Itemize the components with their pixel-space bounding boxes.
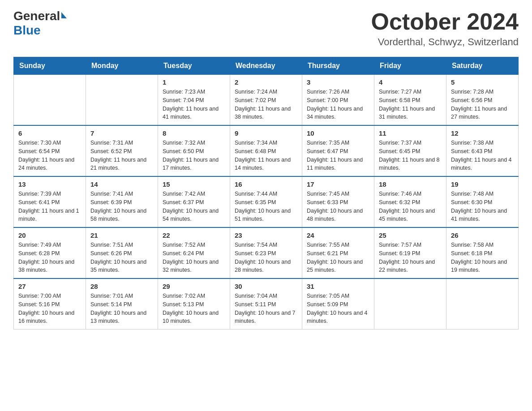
calendar-cell: 28Sunrise: 7:01 AMSunset: 5:14 PMDayligh… (86, 278, 158, 330)
day-number: 24 (307, 231, 369, 239)
calendar-cell: 19Sunrise: 7:48 AMSunset: 6:30 PMDayligh… (446, 176, 519, 227)
month-title: October 2024 (371, 9, 519, 34)
day-info: Sunrise: 7:01 AMSunset: 5:14 PMDaylight:… (90, 292, 153, 325)
day-info: Sunrise: 7:30 AMSunset: 6:54 PMDaylight:… (18, 139, 81, 172)
day-info: Sunrise: 7:37 AMSunset: 6:45 PMDaylight:… (379, 139, 442, 172)
title-area: October 2024 Vorderthal, Schwyz, Switzer… (371, 9, 519, 48)
calendar-cell: 4Sunrise: 7:27 AMSunset: 6:58 PMDaylight… (374, 75, 446, 126)
calendar-cell: 30Sunrise: 7:04 AMSunset: 5:11 PMDayligh… (230, 278, 302, 330)
calendar-week-1: 1Sunrise: 7:23 AMSunset: 7:04 PMDaylight… (14, 75, 519, 126)
calendar-cell: 24Sunrise: 7:55 AMSunset: 6:21 PMDayligh… (302, 227, 374, 278)
calendar-cell: 10Sunrise: 7:35 AMSunset: 6:47 PMDayligh… (302, 125, 374, 176)
day-info: Sunrise: 7:39 AMSunset: 6:41 PMDaylight:… (18, 190, 81, 223)
day-number: 17 (307, 180, 369, 188)
day-number: 12 (451, 129, 514, 137)
day-number: 13 (18, 180, 81, 188)
calendar-cell: 1Sunrise: 7:23 AMSunset: 7:04 PMDaylight… (158, 75, 230, 126)
calendar-week-3: 13Sunrise: 7:39 AMSunset: 6:41 PMDayligh… (14, 176, 519, 227)
day-number: 27 (18, 283, 81, 290)
day-number: 14 (90, 180, 153, 188)
logo-blue-row: Blue (13, 23, 41, 38)
day-info: Sunrise: 7:42 AMSunset: 6:37 PMDaylight:… (163, 190, 225, 223)
day-info: Sunrise: 7:28 AMSunset: 6:56 PMDaylight:… (451, 88, 514, 121)
day-number: 29 (163, 283, 225, 290)
weekday-header-tuesday: Tuesday (158, 57, 230, 75)
weekday-header-wednesday: Wednesday (230, 57, 302, 75)
day-number: 19 (451, 180, 514, 188)
day-info: Sunrise: 7:04 AMSunset: 5:11 PMDaylight:… (235, 292, 297, 325)
calendar-cell: 3Sunrise: 7:26 AMSunset: 7:00 PMDaylight… (302, 75, 374, 126)
calendar-body: 1Sunrise: 7:23 AMSunset: 7:04 PMDaylight… (14, 75, 519, 330)
day-info: Sunrise: 7:02 AMSunset: 5:13 PMDaylight:… (163, 292, 225, 325)
weekday-header-friday: Friday (374, 57, 446, 75)
calendar-header: SundayMondayTuesdayWednesdayThursdayFrid… (14, 57, 519, 75)
calendar-cell (14, 75, 86, 126)
weekday-header-thursday: Thursday (302, 57, 374, 75)
day-info: Sunrise: 7:46 AMSunset: 6:32 PMDaylight:… (379, 190, 442, 223)
calendar-cell: 13Sunrise: 7:39 AMSunset: 6:41 PMDayligh… (14, 176, 86, 227)
day-info: Sunrise: 7:57 AMSunset: 6:19 PMDaylight:… (379, 241, 442, 274)
day-info: Sunrise: 7:26 AMSunset: 7:00 PMDaylight:… (307, 88, 369, 121)
calendar-cell: 16Sunrise: 7:44 AMSunset: 6:35 PMDayligh… (230, 176, 302, 227)
day-number: 10 (307, 129, 369, 137)
weekday-header-monday: Monday (86, 57, 158, 75)
day-info: Sunrise: 7:44 AMSunset: 6:35 PMDaylight:… (235, 190, 297, 223)
day-info: Sunrise: 7:24 AMSunset: 7:02 PMDaylight:… (235, 88, 297, 121)
calendar-cell: 18Sunrise: 7:46 AMSunset: 6:32 PMDayligh… (374, 176, 446, 227)
day-number: 23 (235, 231, 297, 239)
day-number: 22 (163, 231, 225, 239)
day-number: 31 (307, 283, 369, 290)
logo-blue-text: Blue (13, 23, 41, 37)
page-header: General Blue October 2024 Vorderthal, Sc… (13, 9, 519, 48)
day-info: Sunrise: 7:49 AMSunset: 6:28 PMDaylight:… (18, 241, 81, 274)
day-info: Sunrise: 7:51 AMSunset: 6:26 PMDaylight:… (90, 241, 153, 274)
day-number: 18 (379, 180, 442, 188)
calendar-cell: 15Sunrise: 7:42 AMSunset: 6:37 PMDayligh… (158, 176, 230, 227)
day-number: 7 (90, 129, 153, 137)
calendar-cell (374, 278, 446, 330)
weekday-header-saturday: Saturday (446, 57, 519, 75)
calendar-table: SundayMondayTuesdayWednesdayThursdayFrid… (13, 57, 519, 330)
day-info: Sunrise: 7:32 AMSunset: 6:50 PMDaylight:… (163, 139, 225, 172)
day-number: 5 (451, 78, 514, 86)
day-info: Sunrise: 7:23 AMSunset: 7:04 PMDaylight:… (163, 88, 225, 121)
day-number: 11 (379, 129, 442, 137)
location-title: Vorderthal, Schwyz, Switzerland (371, 36, 519, 48)
day-info: Sunrise: 7:27 AMSunset: 6:58 PMDaylight:… (379, 88, 442, 121)
calendar-cell: 23Sunrise: 7:54 AMSunset: 6:23 PMDayligh… (230, 227, 302, 278)
calendar-cell: 6Sunrise: 7:30 AMSunset: 6:54 PMDaylight… (14, 125, 86, 176)
calendar-cell: 20Sunrise: 7:49 AMSunset: 6:28 PMDayligh… (14, 227, 86, 278)
calendar-cell: 27Sunrise: 7:00 AMSunset: 5:16 PMDayligh… (14, 278, 86, 330)
calendar-week-4: 20Sunrise: 7:49 AMSunset: 6:28 PMDayligh… (14, 227, 519, 278)
day-info: Sunrise: 7:05 AMSunset: 5:09 PMDaylight:… (307, 292, 369, 325)
day-number: 2 (235, 78, 297, 86)
day-number: 1 (163, 78, 225, 86)
calendar-cell: 17Sunrise: 7:45 AMSunset: 6:33 PMDayligh… (302, 176, 374, 227)
logo-general-row: General (13, 9, 67, 23)
calendar-cell: 8Sunrise: 7:32 AMSunset: 6:50 PMDaylight… (158, 125, 230, 176)
calendar-week-5: 27Sunrise: 7:00 AMSunset: 5:16 PMDayligh… (14, 278, 519, 330)
day-number: 3 (307, 78, 369, 86)
calendar-cell: 31Sunrise: 7:05 AMSunset: 5:09 PMDayligh… (302, 278, 374, 330)
logo-arrow-icon (61, 12, 67, 18)
calendar-cell: 7Sunrise: 7:31 AMSunset: 6:52 PMDaylight… (86, 125, 158, 176)
calendar-cell: 9Sunrise: 7:34 AMSunset: 6:48 PMDaylight… (230, 125, 302, 176)
day-number: 25 (379, 231, 442, 239)
day-info: Sunrise: 7:45 AMSunset: 6:33 PMDaylight:… (307, 190, 369, 223)
calendar-week-2: 6Sunrise: 7:30 AMSunset: 6:54 PMDaylight… (14, 125, 519, 176)
day-info: Sunrise: 7:38 AMSunset: 6:43 PMDaylight:… (451, 139, 514, 172)
day-number: 4 (379, 78, 442, 86)
calendar-cell: 22Sunrise: 7:52 AMSunset: 6:24 PMDayligh… (158, 227, 230, 278)
logo-general-text: General (13, 9, 60, 23)
weekday-header-row: SundayMondayTuesdayWednesdayThursdayFrid… (14, 57, 519, 75)
day-number: 26 (451, 231, 514, 239)
day-info: Sunrise: 7:00 AMSunset: 5:16 PMDaylight:… (18, 292, 81, 325)
day-number: 28 (90, 283, 153, 290)
calendar-cell: 11Sunrise: 7:37 AMSunset: 6:45 PMDayligh… (374, 125, 446, 176)
day-info: Sunrise: 7:55 AMSunset: 6:21 PMDaylight:… (307, 241, 369, 274)
day-info: Sunrise: 7:41 AMSunset: 6:39 PMDaylight:… (90, 190, 153, 223)
calendar-cell: 5Sunrise: 7:28 AMSunset: 6:56 PMDaylight… (446, 75, 519, 126)
day-info: Sunrise: 7:52 AMSunset: 6:24 PMDaylight:… (163, 241, 225, 274)
logo: General Blue (13, 9, 67, 38)
day-info: Sunrise: 7:54 AMSunset: 6:23 PMDaylight:… (235, 241, 297, 274)
